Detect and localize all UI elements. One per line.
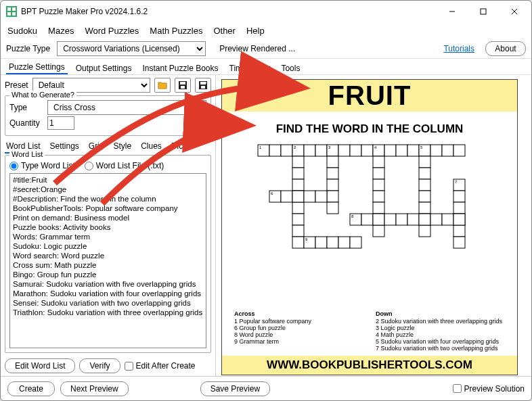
svg-rect-42 [327, 156, 338, 168]
svg-rect-51 [373, 202, 384, 214]
subtab-clues[interactable]: Clues [139, 140, 163, 154]
svg-rect-24 [350, 145, 361, 156]
svg-rect-43 [327, 168, 338, 179]
save-preview-button[interactable]: Save Preview [200, 381, 270, 396]
subtab-style[interactable]: Style [112, 140, 133, 154]
svg-rect-4 [12, 12, 16, 16]
across-clue: 6 Group fun puzzle [234, 325, 363, 331]
svg-rect-56 [419, 179, 430, 191]
svg-rect-54 [419, 156, 430, 168]
tab-tools[interactable]: Tools [278, 62, 303, 74]
app-icon [6, 6, 17, 17]
preview-footer: WWW.BOOKPUBLISHERTOOLS.COM [222, 356, 517, 375]
svg-rect-21 [315, 145, 327, 156]
svg-rect-81 [453, 214, 465, 225]
down-clue: 4 Math puzzle [376, 331, 505, 338]
titlebar-title: BPT Puzzle Maker Pro v2024.1.6.2 [21, 7, 437, 16]
svg-rect-31 [430, 145, 442, 156]
preview-status-text: Preview Rendered ... [219, 44, 295, 53]
svg-rect-80 [442, 214, 453, 225]
clues-area: Across 1 Popular software company6 Group… [222, 309, 517, 356]
quantity-stepper[interactable] [47, 116, 74, 130]
svg-rect-23 [338, 145, 350, 156]
svg-rect-36 [292, 179, 304, 191]
across-clue: 1 Popular software company [234, 318, 363, 325]
preset-label: Preset [5, 80, 28, 90]
menu-sudoku[interactable]: Sudoku [7, 26, 37, 36]
subtab-settings[interactable]: Settings [48, 140, 80, 154]
main-tabs: Puzzle SettingsOutput SettingsInstant Pu… [1, 59, 531, 75]
svg-rect-84 [327, 237, 338, 248]
word-list-file-radio[interactable]: Word List File (.txt) [85, 161, 164, 170]
svg-rect-11 [181, 86, 185, 89]
subtab-dict[interactable]: Dict [170, 140, 187, 154]
svg-rect-20 [304, 145, 315, 156]
menu-other[interactable]: Other [213, 26, 236, 36]
type-word-list-radio[interactable]: Type Word List [9, 161, 75, 170]
puzzle-type-combo[interactable]: Crossword Variations (Licensed) [57, 41, 206, 56]
svg-rect-44 [327, 179, 338, 191]
svg-rect-29 [407, 145, 419, 156]
svg-rect-53 [373, 225, 384, 237]
svg-rect-6 [481, 9, 486, 14]
save-icon [179, 81, 187, 89]
about-button[interactable]: About [485, 41, 526, 56]
svg-rect-17 [269, 145, 281, 156]
svg-rect-67 [453, 191, 465, 202]
down-clue: 5 Sudoku variation with four overlapping… [376, 338, 505, 345]
open-preset-button[interactable] [154, 78, 171, 93]
tab-output-settings[interactable]: Output Settings [73, 62, 135, 74]
svg-rect-50 [373, 191, 384, 202]
svg-rect-32 [442, 145, 453, 156]
tab-time-saver[interactable]: Time Saver [227, 62, 273, 74]
word-list-textarea[interactable]: #title:Fruit#secret:Orange#Description: … [9, 173, 206, 348]
create-button[interactable]: Create [7, 381, 55, 396]
svg-rect-63 [292, 191, 304, 202]
svg-rect-77 [407, 214, 419, 225]
menu-help[interactable]: Help [246, 26, 265, 36]
save-preset-as-button[interactable]: + [195, 78, 211, 93]
svg-rect-1 [7, 7, 11, 11]
svg-rect-70 [453, 225, 465, 237]
maximize-button[interactable] [468, 1, 499, 22]
svg-rect-27 [384, 145, 396, 156]
minimize-button[interactable] [437, 1, 468, 22]
preview-solution-checkbox[interactable]: Preview Solution [453, 384, 525, 394]
svg-rect-74 [373, 214, 384, 225]
close-button[interactable] [499, 1, 530, 22]
down-clue: 7 Sudoku variation with two overlapping … [376, 345, 505, 352]
tab-instant-puzzle-books[interactable]: Instant Puzzle Books [139, 62, 221, 74]
svg-rect-47 [373, 156, 384, 168]
menu-math-puzzles[interactable]: Math Puzzles [150, 26, 202, 36]
type-combo[interactable]: Criss Cross [47, 100, 206, 115]
footer-bar: Create Next Preview Save Preview Preview… [1, 376, 531, 400]
svg-rect-71 [453, 237, 465, 248]
next-preview-button[interactable]: Next Preview [60, 381, 129, 396]
preview-page: FRUIT FIND THE WORD IN THE COLUMN 123456… [221, 79, 518, 375]
svg-rect-40 [292, 225, 304, 237]
what-to-generate-group: What to Generate? Type Criss Cross Quant… [5, 95, 211, 136]
save-preset-button[interactable] [175, 78, 191, 93]
menu-mazes[interactable]: Mazes [48, 26, 74, 36]
folder-open-icon [158, 81, 167, 89]
svg-rect-73 [361, 214, 373, 225]
tab-puzzle-settings[interactable]: Puzzle Settings [6, 61, 68, 74]
titlebar: BPT Puzzle Maker Pro v2024.1.6.2 [1, 1, 531, 22]
svg-rect-65 [315, 191, 327, 202]
verify-button[interactable]: Verify [79, 358, 120, 373]
down-clue: 2 Sudoku variation with three overlappin… [376, 318, 505, 325]
tutorials-link[interactable]: Tutorials [443, 44, 474, 53]
subtab-grid[interactable]: Grid [87, 140, 106, 154]
preview-subtitle: FIND THE WORD IN THE COLUMN [222, 122, 517, 136]
edit-after-create-checkbox[interactable]: Edit After Create [125, 361, 196, 371]
svg-rect-14 [201, 86, 205, 89]
svg-rect-28 [396, 145, 407, 156]
svg-rect-76 [396, 214, 407, 225]
svg-rect-78 [419, 214, 430, 225]
edit-word-list-button[interactable]: Edit Word List [5, 358, 75, 373]
svg-rect-86 [350, 237, 361, 248]
what-to-generate-legend: What to Generate? [9, 91, 76, 99]
menu-word-puzzles[interactable]: Word Puzzles [85, 26, 139, 36]
svg-text:+: + [205, 81, 207, 85]
across-clues: Across 1 Popular software company6 Group… [234, 310, 363, 352]
